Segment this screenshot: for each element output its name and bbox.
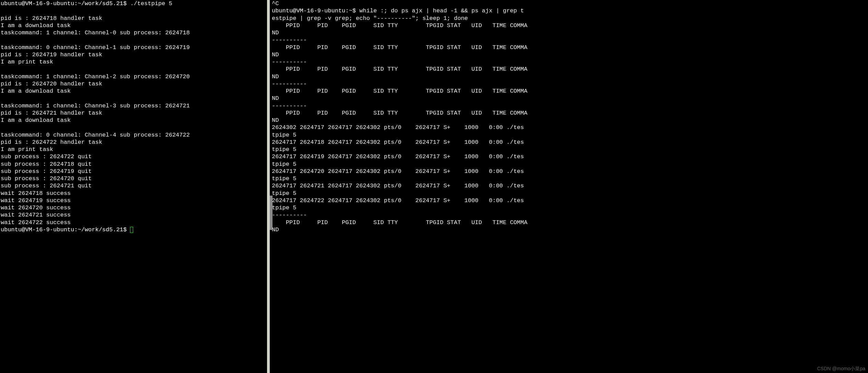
command-text: ./testpipe 5 [130,0,172,7]
right-terminal-pane[interactable]: ^C ubuntu@VM-16-9-ubuntu:~$ while :; do … [270,0,868,373]
output-line: I am print task [1,146,53,153]
ps-row: 2624717 2624722 2624717 2624302 pts/0 26… [272,197,524,204]
output-line: sub process : 2624718 quit [1,161,92,167]
ps-row: 2624302 2624717 2624717 2624302 pts/0 26… [272,124,524,131]
output-line: wait 2624718 success [1,190,71,197]
shell-prompt: ubuntu@VM-16-9-ubuntu:~/work/sd5.21$ [1,226,130,233]
output-line: pid is : 2624722 handler task [1,139,102,145]
output-line: sub process : 2624719 quit [1,168,92,175]
ps-header: PPID PID PGID SID TTY TPGID STAT UID TIM… [272,66,528,72]
separator-line: ---------- [272,37,307,43]
ps-row: 2624717 2624719 2624717 2624302 pts/0 26… [272,153,524,160]
interrupt-signal: ^C [272,0,279,7]
ps-header-wrap: ND [272,73,279,80]
output-line: taskcommand: 1 channel: Channel-0 sub pr… [1,30,190,36]
ps-header-wrap: ND [272,30,279,36]
ps-header: PPID PID PGID SID TTY TPGID STAT UID TIM… [272,88,528,94]
output-line: pid is : 2624720 handler task [1,81,102,87]
ps-row-wrap: tpipe 5 [272,146,296,153]
output-line: pid is : 2624719 handler task [1,51,102,58]
separator-line: ---------- [272,81,307,87]
output-line: wait 2624719 success [1,197,71,204]
output-line: wait 2624722 success [1,219,71,226]
ps-header-wrap: ND [272,226,279,233]
ps-header: PPID PID PGID SID TTY TPGID STAT UID TIM… [272,44,528,51]
output-line: taskcommand: 0 channel: Channel-4 sub pr… [1,132,190,138]
ps-row-wrap: tpipe 5 [272,190,296,197]
separator-line: ---------- [272,212,307,218]
output-line: I am a download task [1,88,71,94]
output-line: I am a download task [1,117,71,124]
output-line: wait 2624720 success [1,205,71,211]
separator-line: ---------- [272,59,307,65]
ps-row-wrap: tpipe 5 [272,175,296,182]
ps-header-wrap: ND [272,117,279,124]
scrollbar-thumb[interactable] [270,196,273,230]
shell-prompt: ubuntu@VM-16-9-ubuntu:~$ [272,8,359,14]
output-line: pid is : 2624718 handler task [1,15,102,22]
ps-header: PPID PID PGID SID TTY TPGID STAT UID TIM… [272,110,528,116]
ps-row: 2624717 2624718 2624717 2624302 pts/0 26… [272,139,524,145]
output-line: sub process : 2624722 quit [1,153,92,160]
ps-row: 2624717 2624720 2624717 2624302 pts/0 26… [272,168,524,175]
output-line: sub process : 2624720 quit [1,175,92,182]
ps-row-wrap: tpipe 5 [272,161,296,167]
output-line: I am a download task [1,22,71,29]
left-terminal-pane[interactable]: ubuntu@VM-16-9-ubuntu:~/work/sd5.21$ ./t… [0,0,270,373]
ps-header: PPID PID PGID SID TTY TPGID STAT UID TIM… [272,219,528,226]
output-line: wait 2624721 success [1,212,71,218]
command-text: while :; do ps ajx | head -1 && ps ajx |… [359,8,524,14]
output-line: pid is : 2624721 handler task [1,110,102,116]
ps-header: PPID PID PGID SID TTY TPGID STAT UID TIM… [272,22,528,29]
ps-row-wrap: tpipe 5 [272,132,296,138]
output-line: sub process : 2624721 quit [1,183,92,189]
separator-line: ---------- [272,103,307,109]
output-line: I am print task [1,59,53,65]
watermark-text: CSDN @momo小菜pa [817,366,865,372]
output-line: taskcommand: 0 channel: Channel-1 sub pr… [1,44,190,51]
ps-header-wrap: ND [272,95,279,102]
ps-row-wrap: tpipe 5 [272,205,296,211]
cursor-icon [130,227,133,233]
output-line: taskcommand: 1 channel: Channel-2 sub pr… [1,73,190,80]
output-line: taskcommand: 1 channel: Channel-3 sub pr… [1,103,190,109]
ps-header-wrap: ND [272,51,279,58]
ps-row: 2624717 2624721 2624717 2624302 pts/0 26… [272,183,524,189]
command-text-wrap: estpipe | grep -v grep; echo "----------… [272,15,468,22]
shell-prompt: ubuntu@VM-16-9-ubuntu:~/work/sd5.21$ [1,0,130,7]
